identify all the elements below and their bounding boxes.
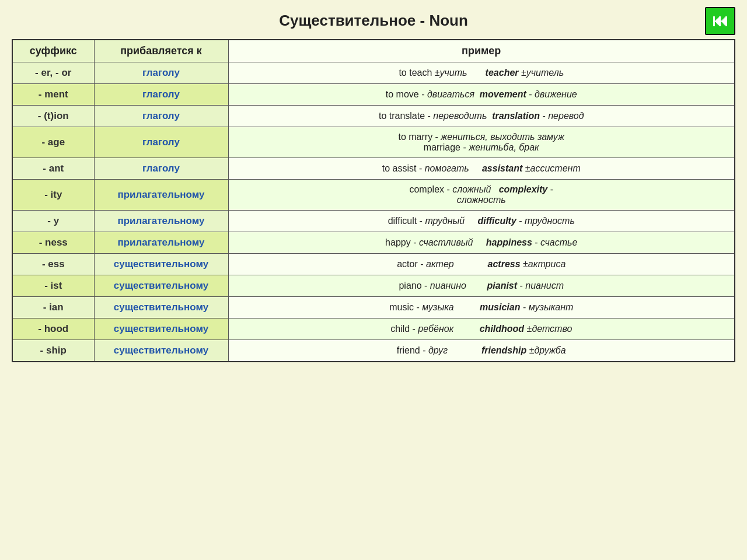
suffix-cell: - ity — [12, 180, 94, 211]
nav-back-icon: ⏮ — [712, 11, 728, 30]
addto-cell: существительному — [94, 254, 228, 275]
example-cell: friend - друг friendship ±дружба — [228, 340, 735, 362]
suffix-cell: - er, - or — [12, 62, 94, 84]
table-row: - shipсуществительномуfriend - друг frie… — [12, 340, 735, 362]
title-row: Существительное - Noun ⏮ — [12, 12, 735, 30]
table-row: - nessприлагательномуhappy - счастливый … — [12, 232, 735, 254]
page-title: Существительное - Noun — [279, 12, 468, 30]
addto-cell: глаголу — [94, 127, 228, 158]
addto-cell: глаголу — [94, 84, 228, 106]
header-addto: прибавляется к — [94, 40, 228, 62]
addto-cell: существительному — [94, 297, 228, 318]
table-row: - (t)ionглаголуto translate - переводить… — [12, 106, 735, 127]
table-row: - mentглаголуto move - двигаться movemen… — [12, 84, 735, 106]
table-row: - ianсуществительномуmusic - музыка musi… — [12, 297, 735, 318]
example-cell: to move - двигаться movement - движение — [228, 84, 735, 106]
table-row: - essсуществительномуactor - актер actre… — [12, 254, 735, 275]
example-cell: child - ребёнок childhood ±детство — [228, 318, 735, 340]
addto-cell: глаголу — [94, 62, 228, 84]
table-header-row: суффикс прибавляется к пример — [12, 40, 735, 62]
example-cell: to translate - переводить translation - … — [228, 106, 735, 127]
suffix-cell: - ian — [12, 297, 94, 318]
addto-cell: существительному — [94, 318, 228, 340]
suffix-cell: - ness — [12, 232, 94, 254]
nav-back-button[interactable]: ⏮ — [705, 7, 735, 35]
example-cell: happy - счастливый happiness - счастье — [228, 232, 735, 254]
example-cell: difficult - трудный difficulty - труднос… — [228, 211, 735, 232]
example-cell: piano - пианино pianist - пианист — [228, 275, 735, 297]
example-cell: music - музыка musician - музыкант — [228, 297, 735, 318]
page-wrapper: Существительное - Noun ⏮ суффикс прибавл… — [12, 12, 735, 362]
example-cell: to assist - помогать assistant ±ассистен… — [228, 158, 735, 180]
suffix-table: суффикс прибавляется к пример - er, - or… — [12, 39, 735, 362]
addto-cell: прилагательному — [94, 232, 228, 254]
header-example: пример — [228, 40, 735, 62]
table-row: - er, - orглаголуto teach ±учить teacher… — [12, 62, 735, 84]
table-row: - ageглаголуto marry - жениться, выходит… — [12, 127, 735, 158]
addto-cell: глаголу — [94, 158, 228, 180]
suffix-cell: - age — [12, 127, 94, 158]
addto-cell: существительному — [94, 275, 228, 297]
suffix-cell: - ant — [12, 158, 94, 180]
suffix-cell: - (t)ion — [12, 106, 94, 127]
example-cell: to marry - жениться, выходить замужmarri… — [228, 127, 735, 158]
suffix-cell: - ship — [12, 340, 94, 362]
table-row: - istсуществительномуpiano - пианино pia… — [12, 275, 735, 297]
table-row: - yприлагательномуdifficult - трудный di… — [12, 211, 735, 232]
suffix-cell: - ist — [12, 275, 94, 297]
suffix-cell: - ess — [12, 254, 94, 275]
table-row: - antглаголуto assist - помогать assista… — [12, 158, 735, 180]
table-row: - hoodсуществительномуchild - ребёнок ch… — [12, 318, 735, 340]
header-suffix: суффикс — [12, 40, 94, 62]
suffix-cell: - ment — [12, 84, 94, 106]
suffix-cell: - y — [12, 211, 94, 232]
example-cell: actor - актер actress ±актриса — [228, 254, 735, 275]
addto-cell: глаголу — [94, 106, 228, 127]
table-row: - ityприлагательномуcomplex - сложный co… — [12, 180, 735, 211]
example-cell: to teach ±учить teacher ±учитель — [228, 62, 735, 84]
suffix-cell: - hood — [12, 318, 94, 340]
addto-cell: существительному — [94, 340, 228, 362]
addto-cell: прилагательному — [94, 180, 228, 211]
example-cell: complex - сложный complexity -сложность — [228, 180, 735, 211]
addto-cell: прилагательному — [94, 211, 228, 232]
